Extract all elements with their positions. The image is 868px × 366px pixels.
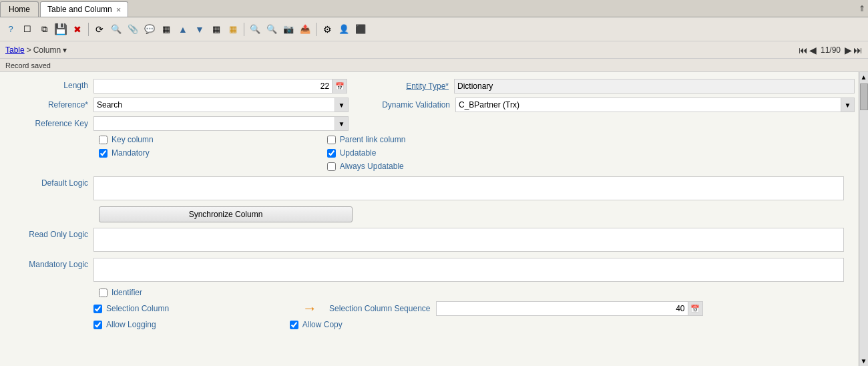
reference-label: Reference* — [48, 100, 88, 110]
grid-btn[interactable]: ▦ — [158, 21, 174, 37]
selection-column-checkbox[interactable] — [93, 305, 102, 313]
length-row: Length 📅 Entity Type* — [7, 79, 855, 94]
allow-logging-checkbox[interactable] — [93, 321, 102, 329]
length-label: Length — [63, 81, 88, 90]
mandatory-checkbox-label[interactable]: Mandatory — [99, 148, 154, 158]
toolbar: ? ☐ ⧉ 💾 ✖ ⟳ 🔍 📎 💬 ▦ ▲ ▼ ▦ ▦ 🔍 🔍 📷 📤 ⚙ 👤 … — [0, 17, 868, 41]
dark-btn[interactable]: ⬛ — [353, 21, 369, 37]
column-label: Column — [33, 45, 61, 55]
export-btn[interactable]: 📤 — [297, 21, 313, 37]
dropdown-icon[interactable]: ▾ — [63, 45, 67, 55]
middle-arrow-annotation: → Selection Column Sequence 📅 — [302, 300, 855, 317]
reference-row: Reference* ▼ Dynamic Validation ▼ — [7, 98, 855, 112]
bottom-checkboxes-row: Identifier — [99, 288, 855, 297]
active-tab[interactable]: Table and Column × — [40, 1, 128, 17]
refresh-btn[interactable]: ⟳ — [91, 21, 107, 37]
key-column-checkbox-label[interactable]: Key column — [99, 135, 154, 144]
default-logic-row: Default Logic — [7, 176, 855, 202]
allow-copy-checkbox-label[interactable]: Allow Copy — [290, 320, 343, 329]
scroll-up-btn[interactable]: ▲ — [859, 72, 869, 82]
new-btn[interactable]: ☐ — [19, 21, 35, 37]
dynamic-validation-input[interactable] — [455, 98, 841, 112]
read-only-logic-input[interactable] — [93, 228, 844, 252]
up-btn[interactable]: ▲ — [175, 21, 191, 37]
prev-btn[interactable]: ◀ — [809, 45, 817, 55]
zoom-in-btn[interactable]: 🔍 — [247, 21, 263, 37]
default-logic-input[interactable] — [93, 176, 844, 200]
down-btn[interactable]: ▼ — [192, 21, 208, 37]
expand-icon[interactable]: ⇑ — [859, 4, 865, 13]
mandatory-logic-label: Mandatory Logic — [29, 260, 88, 269]
first-btn[interactable]: ⏮ — [799, 45, 808, 55]
checkboxes-section: Key column Mandatory Parent link column … — [99, 135, 855, 171]
mandatory-checkbox[interactable] — [99, 149, 107, 158]
allow-copy-checkbox[interactable] — [290, 321, 298, 329]
mandatory-logic-row: Mandatory Logic — [7, 258, 855, 284]
settings-btn[interactable]: ⚙ — [319, 21, 335, 37]
status-message: Record saved — [5, 61, 51, 69]
chat-btn[interactable]: 💬 — [142, 21, 158, 37]
reference-key-row: Reference Key ▼ — [7, 116, 855, 131]
view-btn[interactable]: ▦ — [208, 21, 224, 37]
nav-controls: ⏮ ◀ 11/90 ▶ ⏭ — [799, 45, 863, 55]
scroll-thumb[interactable] — [860, 83, 868, 110]
record-count: 11/90 — [818, 45, 843, 55]
home-tab[interactable]: Home — [0, 1, 39, 17]
updatable-checkbox[interactable] — [327, 149, 336, 158]
home-tab-label: Home — [9, 5, 30, 14]
selection-column-sequence-label: Selection Column Sequence — [329, 304, 430, 313]
read-only-logic-row: Read Only Logic — [7, 228, 855, 254]
user-btn[interactable]: 👤 — [336, 21, 352, 37]
default-logic-label: Default Logic — [41, 178, 88, 188]
allow-logging-checkbox-label[interactable]: Allow Logging — [93, 320, 156, 329]
scrollbar[interactable]: ▲ ▼ — [859, 72, 868, 366]
synchronize-btn[interactable]: Synchronize Column — [99, 206, 353, 222]
zoom-out-btn[interactable]: 🔍 — [264, 21, 280, 37]
main-content: Length 📅 Entity Type* Reference* ▼ — [0, 72, 868, 366]
attach-btn[interactable]: 📎 — [125, 21, 141, 37]
scroll-down-btn[interactable]: ▼ — [859, 356, 869, 366]
hist-btn[interactable]: ▦ — [225, 21, 241, 37]
dynamic-validation-dropdown[interactable]: ▼ — [841, 98, 855, 112]
breadcrumb-separator: > — [27, 45, 31, 55]
mandatory-logic-input[interactable] — [93, 258, 844, 282]
reference-key-label: Reference Key — [35, 119, 88, 128]
reference-input[interactable] — [93, 98, 335, 112]
reference-key-input[interactable] — [93, 116, 335, 131]
last-btn[interactable]: ⏭ — [853, 45, 863, 55]
selection-column-row: → Selection Column → Selection Column Se… — [7, 300, 855, 317]
active-tab-label: Table and Column — [47, 5, 112, 14]
parent-link-checkbox[interactable] — [327, 136, 336, 144]
breadcrumb: Table > Column ▾ — [5, 45, 67, 55]
updatable-checkbox-label[interactable]: Updatable — [327, 148, 406, 158]
reference-dropdown-btn[interactable]: ▼ — [335, 98, 349, 112]
tab-close-icon[interactable]: × — [116, 5, 122, 15]
allow-row: Allow Logging Allow Copy — [7, 320, 855, 329]
table-link[interactable]: Table — [5, 45, 25, 55]
find-btn[interactable]: 🔍 — [108, 21, 124, 37]
always-updatable-checkbox[interactable] — [327, 162, 336, 171]
selection-column-checkbox-label[interactable]: Selection Column — [93, 304, 169, 313]
parent-link-checkbox-label[interactable]: Parent link column — [327, 135, 406, 144]
save-btn[interactable]: 💾 — [53, 21, 69, 37]
identifier-checkbox-label[interactable]: Identifier — [99, 288, 855, 297]
sequence-cal-btn[interactable]: 📅 — [688, 301, 703, 316]
entity-type-input[interactable] — [454, 79, 855, 94]
delete-btn[interactable]: ✖ — [69, 21, 85, 37]
nav-bar: Table > Column ▾ ⏮ ◀ 11/90 ▶ ⏭ — [0, 41, 868, 59]
photo-btn[interactable]: 📷 — [280, 21, 296, 37]
key-column-checkbox[interactable] — [99, 136, 107, 144]
help-btn[interactable]: ? — [3, 21, 19, 37]
length-input[interactable] — [93, 79, 333, 94]
reference-key-dropdown[interactable]: ▼ — [335, 116, 349, 131]
always-updatable-checkbox-label[interactable]: Always Updatable — [327, 162, 406, 171]
length-cal-btn[interactable]: 📅 — [333, 79, 347, 94]
entity-type-label: Entity Type* — [406, 81, 449, 91]
selection-column-sequence-input[interactable] — [436, 301, 688, 316]
identifier-checkbox[interactable] — [99, 289, 107, 297]
copy-btn[interactable]: ⧉ — [36, 21, 52, 37]
sync-section: Synchronize Column — [99, 206, 855, 222]
status-bar: Record saved — [0, 59, 868, 72]
next-btn[interactable]: ▶ — [845, 45, 852, 55]
read-only-logic-label: Read Only Logic — [29, 230, 88, 239]
